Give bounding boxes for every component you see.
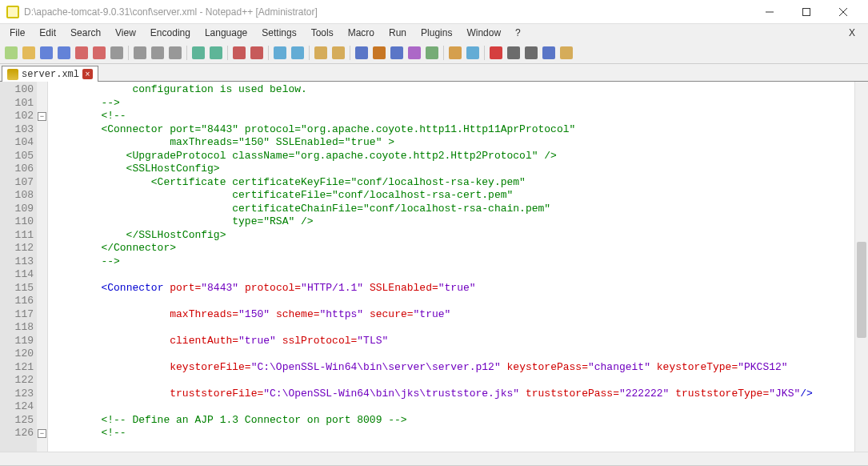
toolbar-doc-map[interactable] — [424, 45, 440, 61]
toolbar-undo[interactable] — [190, 45, 206, 61]
menu-view[interactable]: View — [109, 26, 142, 40]
code-line[interactable] — [51, 374, 851, 388]
menu-run[interactable]: Run — [382, 26, 413, 40]
toolbar-save-all[interactable] — [56, 45, 72, 61]
toolbar-lang[interactable] — [406, 45, 422, 61]
file-icon — [7, 69, 18, 80]
code-line[interactable]: certificateFile="conf/localhost-rsa-cert… — [51, 189, 851, 203]
toolbar-stop[interactable] — [506, 45, 522, 61]
toolbar-sync-v[interactable] — [313, 45, 329, 61]
toolbar-new-file[interactable] — [3, 45, 19, 61]
code-line[interactable]: maxThreads="150" scheme="https" secure="… — [51, 308, 851, 322]
code-line[interactable]: --> — [51, 97, 851, 110]
vertical-scrollbar[interactable] — [854, 82, 868, 452]
vertical-scroll-thumb[interactable] — [857, 242, 866, 338]
menu-language[interactable]: Language — [198, 26, 254, 40]
code-line[interactable]: <UpgradeProtocol className="org.apache.c… — [51, 150, 851, 163]
code-line[interactable]: <!-- — [51, 427, 851, 440]
menu-edit[interactable]: Edit — [33, 26, 62, 40]
toolbar-wrap[interactable] — [354, 45, 370, 61]
line-number: 114 — [0, 268, 34, 282]
code-line[interactable]: configuration is used below. — [51, 83, 851, 97]
line-number: 100 — [0, 83, 34, 97]
toolbar-record[interactable] — [488, 45, 504, 61]
toolbar-zoom-in[interactable] — [272, 45, 288, 61]
toolbar-copy[interactable] — [150, 45, 166, 61]
menu-macro[interactable]: Macro — [342, 26, 381, 40]
fold-gutter-row: − — [37, 110, 47, 123]
sync-h-icon — [332, 46, 345, 59]
find-icon — [233, 46, 246, 59]
code-line[interactable]: <!-- Define an AJP 1.3 Connector on port… — [51, 414, 851, 428]
code-line[interactable] — [51, 295, 851, 308]
code-line[interactable]: maxThreads="150" SSLEnabled="true" > — [51, 136, 851, 150]
toolbar-play[interactable] — [523, 45, 539, 61]
fold-column: −− — [37, 82, 48, 452]
code-line[interactable]: keystoreFile="C:\OpenSSL-Win64\bin\serve… — [51, 361, 851, 375]
code-line[interactable]: <Connector port="8443" protocol="org.apa… — [51, 123, 851, 137]
line-number: 109 — [0, 203, 34, 216]
code-line[interactable] — [51, 347, 851, 361]
menu-encoding[interactable]: Encoding — [144, 26, 197, 40]
menu-plugins[interactable]: Plugins — [414, 26, 458, 40]
toolbar-redo[interactable] — [208, 45, 224, 61]
code-line[interactable]: <Certificate certificateKeyFile="conf/lo… — [51, 176, 851, 190]
line-number: 119 — [0, 335, 34, 348]
menu-search[interactable]: Search — [64, 26, 107, 40]
line-number: 111 — [0, 229, 34, 243]
toolbar-play-multi[interactable] — [541, 45, 557, 61]
code-line[interactable]: <!-- — [51, 110, 851, 123]
code-line[interactable]: type="RSA" /> — [51, 215, 851, 229]
code-line[interactable]: <SSLHostConfig> — [51, 163, 851, 176]
code-line[interactable] — [51, 400, 851, 414]
menu-window[interactable]: Window — [460, 26, 507, 40]
menu-tools[interactable]: Tools — [305, 26, 340, 40]
minimize-button[interactable] — [751, 0, 788, 24]
save-macro-icon — [560, 46, 573, 59]
toolbar-find[interactable] — [231, 45, 247, 61]
horizontal-scrollbar[interactable] — [0, 452, 868, 465]
toolbar-paste[interactable] — [167, 45, 183, 61]
tab-server-xml[interactable]: server.xml × — [2, 66, 98, 82]
toolbar-close-file[interactable] — [74, 45, 90, 61]
toolbar-save-macro[interactable] — [558, 45, 574, 61]
fold-toggle-icon[interactable]: − — [38, 429, 46, 438]
toolbar-separator — [268, 46, 269, 60]
toolbar-close-all[interactable] — [91, 45, 107, 61]
toolbar-folder[interactable] — [447, 45, 463, 61]
tab-close-icon[interactable]: × — [82, 69, 93, 79]
code-line[interactable]: truststoreFile="C:\OpenSSL-Win64\bin\jks… — [51, 388, 851, 401]
fold-toggle-icon[interactable]: − — [38, 112, 46, 121]
code-line[interactable]: </SSLHostConfig> — [51, 229, 851, 243]
menu-[interactable]: ? — [509, 26, 527, 40]
code-line[interactable]: <Connector port="8443" protocol="HTTP/1.… — [51, 282, 851, 295]
maximize-button[interactable] — [788, 0, 825, 24]
toolbar-all-chars[interactable] — [371, 45, 387, 61]
toolbar-zoom-out[interactable] — [290, 45, 306, 61]
toolbar-cut[interactable] — [132, 45, 148, 61]
menu-file[interactable]: File — [3, 26, 31, 40]
menu-settings[interactable]: Settings — [255, 26, 302, 40]
toolbar-eye[interactable] — [465, 45, 481, 61]
code-line[interactable]: --> — [51, 255, 851, 269]
fold-gutter-row — [37, 215, 47, 229]
menu-close-x[interactable]: X — [839, 27, 865, 38]
code-content[interactable]: configuration is used below. --> <!-- <C… — [48, 82, 854, 452]
toolbar-save-file[interactable] — [38, 45, 54, 61]
fold-gutter-row — [37, 189, 47, 203]
close-button[interactable] — [825, 0, 862, 24]
code-line[interactable]: </Connector> — [51, 242, 851, 255]
code-line[interactable]: clientAuth="true" sslProtocol="TLS" — [51, 335, 851, 348]
toolbar-sync-h[interactable] — [330, 45, 346, 61]
line-number: 122 — [0, 374, 34, 388]
code-line[interactable] — [51, 268, 851, 282]
toolbar-replace[interactable] — [249, 45, 265, 61]
toolbar-print[interactable] — [109, 45, 125, 61]
code-line[interactable] — [51, 321, 851, 335]
code-line[interactable]: certificateChainFile="conf/localhost-rsa… — [51, 203, 851, 216]
toolbar-indent-guide[interactable] — [389, 45, 405, 61]
record-icon — [490, 46, 502, 59]
toolbar-open-file[interactable] — [21, 45, 37, 61]
copy-icon — [151, 46, 164, 59]
fold-gutter-row — [37, 176, 47, 190]
